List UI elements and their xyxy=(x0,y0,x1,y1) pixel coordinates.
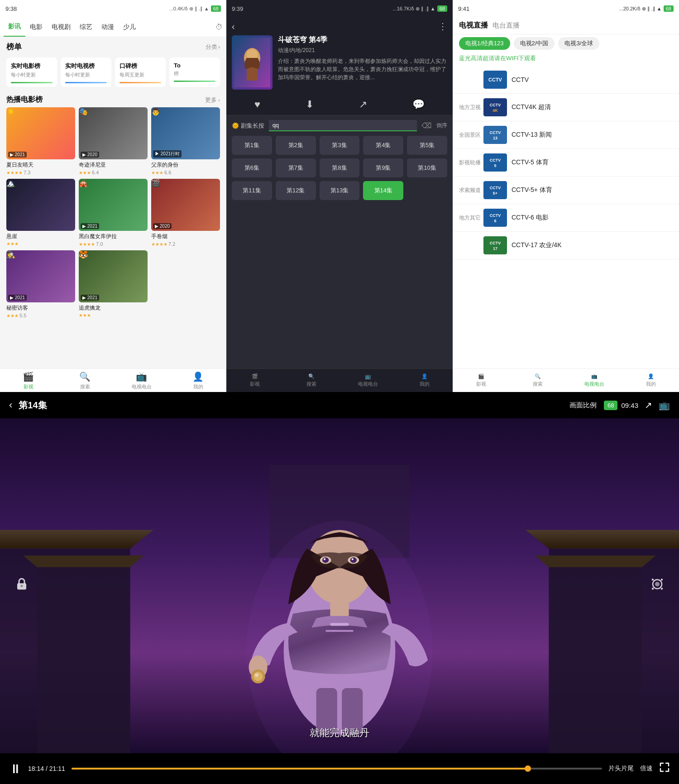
more-dots-icon[interactable]: ⋮ xyxy=(438,21,447,32)
svg-text:CCTV: CCTV xyxy=(490,103,501,107)
player-progress-bar[interactable] xyxy=(72,768,602,770)
episode-btn-3[interactable]: 第3集 xyxy=(320,136,360,155)
movie-card-2[interactable]: 👨 ▶ 2021行时 父亲的身份 ★★★ 6.6 xyxy=(151,107,220,175)
tv-tab-2[interactable]: 电视2/中国 xyxy=(514,37,555,50)
movie-card-0[interactable]: ☀️ ▶ 2021 夏日友晴天 ★★★★ 7.3 xyxy=(6,107,75,175)
svg-text:5+: 5+ xyxy=(493,191,497,196)
svg-text:6: 6 xyxy=(494,219,496,223)
movie-thumb-6: 🕵️ ▶ 2021 xyxy=(6,250,75,302)
episode-btn-11[interactable]: 第11集 xyxy=(232,181,272,200)
episode-btn-13[interactable]: 第13集 xyxy=(320,181,360,200)
back-icon[interactable]: ‹ xyxy=(232,21,235,32)
player-fullscreen-btn[interactable] xyxy=(659,762,670,775)
tv-icon: 📺 xyxy=(136,371,147,382)
player-lock-icon[interactable] xyxy=(14,576,30,596)
channel-item-cctv5plus[interactable]: 求索频道 CCTV 5+ CCTV-5+ 体育 xyxy=(453,177,679,204)
movie-card-1[interactable]: 🎭 ▶ 2020 奇迹泽尼亚 ★★★ 6.4 xyxy=(79,107,148,175)
bnav-right-search[interactable]: 🔍 搜索 xyxy=(509,369,566,392)
episode-btn-7[interactable]: 第7集 xyxy=(276,158,316,177)
bnav-mid-tv[interactable]: 📺 电视电台 xyxy=(340,369,396,392)
bnav-mid-mine[interactable]: 👤 我的 xyxy=(396,369,453,392)
anime-action-share[interactable]: ↗ xyxy=(359,99,367,110)
episode-btn-1[interactable]: 第1集 xyxy=(232,136,272,155)
bnav-mine[interactable]: 👤 我的 xyxy=(170,369,226,392)
channel-item-cctv5[interactable]: 影视轮播 CCTV 5 CCTV-5 体育 xyxy=(453,149,679,177)
tv-title-sub[interactable]: 电台直播 xyxy=(493,21,520,30)
rank-card-tv[interactable]: 实时电视榜 每小时更新 xyxy=(61,57,111,87)
episode-btn-2[interactable]: 第2集 xyxy=(276,136,316,155)
player-ratio-btn[interactable]: 画面比例 xyxy=(569,401,597,410)
movie-card-3[interactable]: 🏔️ 悬崖 ★★★ xyxy=(6,179,75,247)
episode-btn-9[interactable]: 第9集 xyxy=(363,158,403,177)
mid-topbar: ‹ ⋮ xyxy=(226,17,453,35)
movie-card-5[interactable]: 🎬 ▶ 2020 手卷烟 ★★★★ 7.2 xyxy=(151,179,220,247)
channel-item-cctv17[interactable]: CCTV 17 CCTV-17 农业/4K xyxy=(453,232,679,259)
player-screenshot-icon[interactable] xyxy=(649,576,665,596)
rank-card-tv-sub: 每小时更新 xyxy=(65,72,107,78)
player-speed-btn[interactable]: 倍速 xyxy=(640,765,653,773)
anime-poster xyxy=(232,35,273,90)
channel-item-cctv[interactable]: CCTV CCTV xyxy=(453,66,679,94)
bnav-right-tv[interactable]: 📺 电视电台 xyxy=(566,369,622,392)
bnav-right-yingshi[interactable]: 🎬 影视 xyxy=(453,369,509,392)
anime-action-comment[interactable]: 💬 xyxy=(412,99,425,110)
nav-tab-yingxun[interactable]: 影讯 xyxy=(4,17,25,37)
tv-tabs: 电视1/经典123 电视2/中国 电视3/全球 xyxy=(453,34,679,53)
rank-card-koupei[interactable]: 口碑榜 每周五更新 xyxy=(115,57,166,87)
episode-btn-5[interactable]: 第5集 xyxy=(407,136,447,155)
channel-cat-4: 求索频道 xyxy=(459,186,483,194)
bnav-mid-search[interactable]: 🔍 搜索 xyxy=(283,369,340,392)
tv-tab-3[interactable]: 电视3/全球 xyxy=(558,37,599,50)
nav-tab-diànshìjù[interactable]: 电视剧 xyxy=(47,17,75,37)
movie-year-5: ▶ 2020 xyxy=(153,223,172,229)
episode-order-btn[interactable]: 倒序 xyxy=(436,122,447,129)
channel-cat-1: 地方卫视 xyxy=(459,104,483,111)
movie-card-7[interactable]: 🐯 ▶ 2021 追虎擒龙 ★★★ xyxy=(79,250,148,318)
chevron-right-more-icon: › xyxy=(218,97,220,103)
episode-btn-8[interactable]: 第8集 xyxy=(320,158,360,177)
clear-icon[interactable]: ⌫ xyxy=(421,121,432,130)
movie-thumb-2: 👨 ▶ 2021行时 xyxy=(151,107,220,159)
episode-btn-6[interactable]: 第6集 xyxy=(232,158,272,177)
movie-card-6[interactable]: 🕵️ ▶ 2021 秘密访客 ★★★ 5.5 xyxy=(6,250,75,318)
episode-btn-4[interactable]: 第4集 xyxy=(363,136,403,155)
episode-source-input[interactable] xyxy=(269,120,417,131)
bnav-right-mine[interactable]: 👤 我的 xyxy=(622,369,679,392)
player-bottombar: ⏸ 18:14 / 21:11 片头片尾 倍速 xyxy=(0,753,679,784)
channel-cat-2: 全国景区 xyxy=(459,131,483,139)
svg-rect-57 xyxy=(661,588,663,590)
history-icon[interactable]: ⏱ xyxy=(215,23,223,31)
anime-action-download[interactable]: ⬇ xyxy=(306,99,314,110)
channel-name-cctv: CCTV xyxy=(512,76,529,83)
channel-item-cctv4k[interactable]: 地方卫视 CCTV 4K CCTV4K 超清 xyxy=(453,94,679,121)
category-link[interactable]: 分类 › xyxy=(206,43,220,51)
nav-tab-shaoer[interactable]: 少儿 xyxy=(119,17,140,37)
bnav-search[interactable]: 🔍 搜索 xyxy=(57,369,113,392)
more-movies-link[interactable]: 更多 › xyxy=(205,96,220,104)
player-share-btn[interactable]: ↗ xyxy=(645,400,652,411)
bnav-yingshi[interactable]: 🎬 影视 xyxy=(0,369,57,392)
tv-tab-1[interactable]: 电视1/经典123 xyxy=(459,37,510,50)
bnav-tv[interactable]: 📺 电视电台 xyxy=(113,369,170,392)
channel-item-cctv13[interactable]: 全国景区 CCTV 13 CCTV-13 新闻 xyxy=(453,121,679,149)
svg-rect-56 xyxy=(652,588,654,590)
anime-action-like[interactable]: ♥ xyxy=(254,99,260,110)
episode-btn-14[interactable]: 第14集 xyxy=(363,181,403,200)
bnav-mid-yingshi[interactable]: 🎬 影视 xyxy=(226,369,283,392)
player-pause-btn[interactable]: ⏸ xyxy=(9,761,22,776)
channel-item-cctv6[interactable]: 地方其它 CCTV 6 CCTV-6 电影 xyxy=(453,204,679,232)
player-video-area[interactable]: 就能完成融丹 xyxy=(0,418,679,753)
nav-tab-dongman[interactable]: 动漫 xyxy=(97,17,119,37)
nav-tab-dianying[interactable]: 电影 xyxy=(25,17,47,37)
player-skip-intro-btn[interactable]: 片头片尾 xyxy=(608,765,634,773)
episode-btn-12[interactable]: 第12集 xyxy=(276,181,316,200)
player-cast-btn[interactable]: 📺 xyxy=(659,400,670,411)
player-back-btn[interactable]: ‹ xyxy=(9,399,12,411)
rank-card-to[interactable]: To 榜 xyxy=(169,57,220,87)
channel-logo-5: CCTV 5 xyxy=(483,153,507,172)
episode-btn-10[interactable]: 第10集 xyxy=(407,158,447,177)
svg-rect-7 xyxy=(484,127,506,143)
nav-tab-zongyì[interactable]: 综艺 xyxy=(75,17,97,37)
movie-card-4[interactable]: 🎪 ▶ 2021 黑白魔女库伊拉 ★★★★ 7.0 xyxy=(79,179,148,247)
rank-card-movie[interactable]: 实时电影榜 每小时更新 xyxy=(6,57,57,87)
